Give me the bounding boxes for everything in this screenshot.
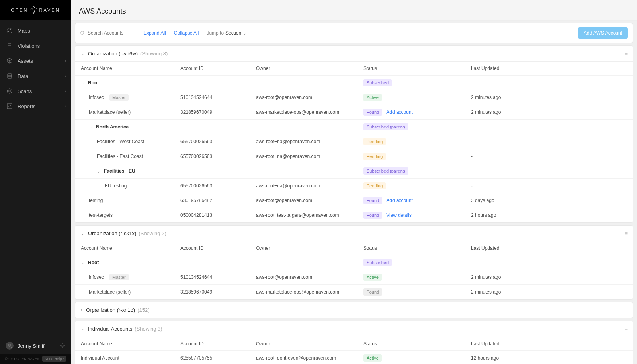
status-action-link[interactable]: Add account	[386, 109, 413, 115]
kebab-icon[interactable]: ⋮	[615, 154, 627, 159]
cell-owner: aws-root+na@openraven.com	[256, 183, 363, 189]
section: ⌄Individual Accounts(Showing 3)≡Account …	[75, 321, 633, 364]
expand-all-link[interactable]: Expand All	[143, 30, 166, 36]
add-aws-account-button[interactable]: Add AWS Account	[578, 27, 628, 39]
col-updated: Last Updated	[471, 341, 615, 346]
table-row[interactable]: Marketplace (seller)321859670049aws-mark…	[75, 284, 633, 299]
table-row[interactable]: test-targets050004281413aws-root+test-ta…	[75, 208, 633, 222]
kebab-icon[interactable]: ⋮	[615, 124, 627, 130]
table-row[interactable]: infosecMaster510134524644aws-root@openra…	[75, 270, 633, 284]
drag-handle-icon[interactable]: ≡	[625, 326, 628, 332]
table-row[interactable]: Marketplace (seller)321859670049aws-mark…	[75, 105, 633, 119]
kebab-icon[interactable]: ⋮	[615, 260, 627, 265]
col-owner: Owner	[256, 245, 363, 251]
cell-updated: 2 hours ago	[471, 212, 615, 218]
jump-prefix: Jump to	[207, 30, 224, 36]
section-title: Organization (r-vd6w)	[88, 51, 138, 56]
table-row[interactable]: ⌄North AmericaSubscribed (parent)⋮	[75, 119, 633, 134]
user-row[interactable]: Jenny Smiff	[0, 338, 71, 354]
nav-violations[interactable]: Violations	[0, 38, 71, 53]
table-row[interactable]: testing630195786482aws-root@openraven.co…	[75, 193, 633, 208]
nav-reports[interactable]: Reports ‹	[0, 99, 71, 114]
kebab-icon[interactable]: ⋮	[615, 80, 627, 86]
section-header[interactable]: ⌄Individual Accounts(Showing 3)≡	[75, 321, 633, 337]
svg-line-10	[84, 34, 85, 35]
cell-owner: aws-root+dont-even@openraven.com	[256, 355, 363, 361]
chevron-icon[interactable]: ⌄	[81, 261, 85, 265]
chevron-icon[interactable]: ⌄	[81, 81, 85, 85]
cell-name: ⌄Root	[81, 260, 180, 265]
nav-assets[interactable]: Assets ‹	[0, 53, 71, 68]
status-action-link[interactable]: Add account	[386, 198, 413, 203]
table-row[interactable]: infosecMaster510134524644aws-root@openra…	[75, 90, 633, 105]
group-name: North America	[96, 124, 129, 130]
group-name: Root	[88, 260, 99, 265]
kebab-icon[interactable]: ⋮	[615, 139, 627, 144]
section-header[interactable]: ⌄Organization (r-vd6w)(Showing 8)≡	[75, 46, 633, 61]
cell-owner: aws-root+na@openraven.com	[256, 154, 363, 159]
col-updated: Last Updated	[471, 66, 615, 71]
col-name: Account Name	[81, 341, 180, 346]
table-row[interactable]: Individual Account625587705755aws-root+d…	[75, 350, 633, 364]
table-row[interactable]: ⌄RootSubscribed⋮	[75, 255, 633, 270]
help-button[interactable]: Need Help?	[42, 356, 66, 362]
status-action-link[interactable]: View details	[386, 212, 412, 218]
col-id: Account ID	[180, 341, 256, 346]
chevron-icon[interactable]: ⌄	[89, 125, 93, 129]
cell-name: ⌄Root	[81, 80, 180, 86]
kebab-icon[interactable]: ⋮	[615, 168, 627, 174]
drag-handle-icon[interactable]: ≡	[625, 307, 628, 313]
cell-name: ⌄Facilities - EU	[81, 168, 180, 174]
cell-name: Marketplace (seller)	[81, 109, 180, 115]
cell-name: EU testing	[81, 183, 180, 189]
account-name: Facilities - East Coast	[97, 154, 143, 159]
cell-status: Pending	[363, 182, 471, 189]
kebab-icon[interactable]: ⋮	[615, 198, 627, 203]
table-row[interactable]: EU testing655700026563aws-root+na@openra…	[75, 178, 633, 193]
cell-status: Active	[363, 354, 471, 362]
col-owner: Owner	[256, 66, 363, 71]
gear-icon[interactable]	[60, 343, 65, 348]
account-name: infosec	[89, 274, 104, 280]
cell-owner: aws-marketplace-ops@openraven.com	[256, 109, 363, 115]
page-title: AWS Accounts	[71, 0, 637, 21]
search-icon	[80, 31, 85, 36]
database-icon	[6, 73, 13, 79]
table-row[interactable]: Facilities - West Coast655700026563aws-r…	[75, 134, 633, 149]
cell-updated: 3 days ago	[471, 198, 615, 203]
cell-name: Facilities - East Coast	[81, 154, 180, 159]
jump-to-section[interactable]: Jump to Section ⌄	[207, 30, 246, 36]
section-header[interactable]: ⌄Organization (r-sk1x)(Showing 2)≡	[75, 226, 633, 241]
cell-updated: 12 hours ago	[471, 355, 615, 361]
search-input[interactable]	[88, 30, 135, 36]
table-row[interactable]: ⌄Facilities - EUSubscribed (parent)⋮	[75, 164, 633, 178]
table-row[interactable]: ⌄RootSubscribed⋮	[75, 75, 633, 90]
chevron-left-icon: ‹	[65, 104, 66, 109]
account-name: test-targets	[89, 212, 113, 218]
kebab-icon[interactable]: ⋮	[615, 183, 627, 189]
cell-updated: 2 minutes ago	[471, 95, 615, 100]
drag-handle-icon[interactable]: ≡	[625, 230, 628, 236]
cell-name: Marketplace (seller)	[81, 289, 180, 295]
col-status: Status	[363, 66, 471, 71]
nav-label: Reports	[18, 103, 36, 109]
cell-name: ⌄North America	[81, 124, 180, 130]
kebab-icon[interactable]: ⋮	[615, 109, 627, 115]
nav-maps[interactable]: Maps	[0, 23, 71, 38]
status-badge: Pending	[363, 153, 386, 160]
drag-handle-icon[interactable]: ≡	[625, 51, 628, 56]
table-row[interactable]: Facilities - East Coast655700026563aws-r…	[75, 149, 633, 164]
section-header[interactable]: ›Organization (r-xn1o)(152)≡	[75, 302, 633, 318]
kebab-icon[interactable]: ⋮	[615, 274, 627, 280]
kebab-icon[interactable]: ⋮	[615, 212, 627, 218]
chevron-icon[interactable]: ⌄	[97, 169, 101, 173]
kebab-icon[interactable]: ⋮	[615, 289, 627, 295]
cell-name: testing	[81, 198, 180, 203]
kebab-icon[interactable]: ⋮	[615, 95, 627, 100]
nav-scans[interactable]: Scans ‹	[0, 84, 71, 99]
copyright-row: ©2021 OPEN RAVEN Need Help?	[0, 354, 71, 364]
nav-data[interactable]: Data ‹	[0, 68, 71, 84]
nav-label: Violations	[18, 43, 40, 49]
collapse-all-link[interactable]: Collapse All	[174, 30, 199, 36]
kebab-icon[interactable]: ⋮	[615, 355, 627, 361]
